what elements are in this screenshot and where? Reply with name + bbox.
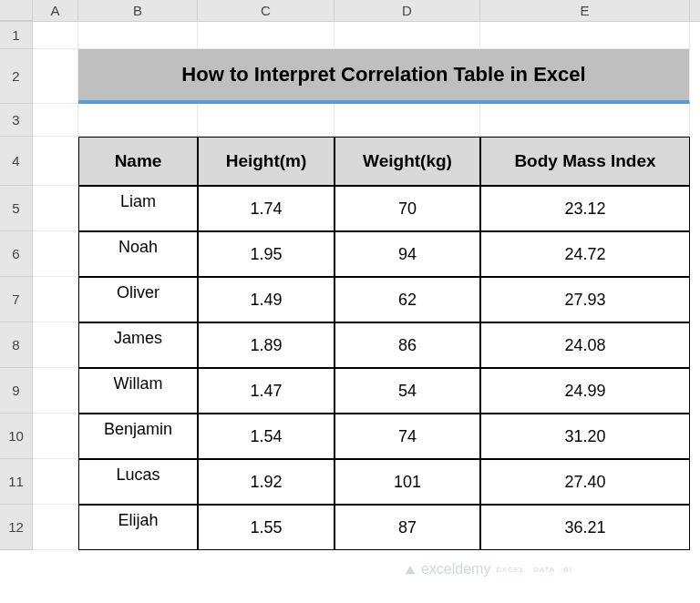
cell-weight[interactable]: 74 (335, 414, 480, 459)
cell-A2[interactable] (33, 49, 78, 104)
row-3: 3 (0, 104, 700, 137)
cell-A10[interactable] (33, 414, 78, 459)
cell-weight[interactable]: 54 (335, 368, 480, 414)
cell-weight[interactable]: 86 (335, 322, 480, 368)
cell-weight[interactable]: 87 (335, 505, 480, 550)
cell-D3[interactable] (335, 104, 480, 137)
row-header-5[interactable]: 5 (0, 186, 33, 231)
cell-bmi[interactable]: 31.20 (480, 414, 690, 459)
watermark-sub: EXCEL · DATA · BI (496, 566, 572, 574)
spreadsheet: A B C D E 1 2 How to Interpret Correlati… (0, 0, 700, 603)
cell-B3[interactable] (78, 104, 198, 137)
row-6: 6 Noah 1.95 94 24.72 (0, 231, 700, 277)
cell-bmi[interactable]: 23.12 (480, 186, 690, 231)
header-bmi[interactable]: Body Mass Index (480, 137, 690, 186)
row-4: 4 Name Height(m) Weight(kg) Body Mass In… (0, 137, 700, 186)
col-header-D[interactable]: D (335, 0, 480, 21)
cell-weight[interactable]: 101 (335, 459, 480, 505)
row-header-11[interactable]: 11 (0, 459, 33, 505)
cell-bmi[interactable]: 27.93 (480, 277, 690, 322)
cell-A7[interactable] (33, 277, 78, 322)
watermark-text: exceldemy (421, 561, 490, 577)
row-header-3[interactable]: 3 (0, 104, 33, 137)
row-7: 7 Oliver 1.49 62 27.93 (0, 277, 700, 322)
cell-name[interactable]: Liam (78, 186, 198, 231)
row-header-9[interactable]: 9 (0, 368, 33, 414)
cell-C1[interactable] (198, 22, 335, 49)
cell-A5[interactable] (33, 186, 78, 231)
cell-weight[interactable]: 62 (335, 277, 480, 322)
cell-A8[interactable] (33, 322, 78, 368)
cell-A12[interactable] (33, 505, 78, 550)
cell-height[interactable]: 1.89 (198, 322, 335, 368)
cell-C3[interactable] (198, 104, 335, 137)
cell-name[interactable]: Noah (78, 231, 198, 277)
cell-bmi[interactable]: 36.21 (480, 505, 690, 550)
cell-name[interactable]: Lucas (78, 459, 198, 505)
logo-icon (403, 562, 417, 577)
cell-height[interactable]: 1.54 (198, 414, 335, 459)
cell-height[interactable]: 1.47 (198, 368, 335, 414)
cell-A1[interactable] (33, 22, 78, 49)
cell-name[interactable]: Benjamin (78, 414, 198, 459)
row-header-2[interactable]: 2 (0, 49, 33, 104)
cell-name[interactable]: James (78, 322, 198, 368)
row-header-10[interactable]: 10 (0, 414, 33, 459)
cell-E1[interactable] (480, 22, 690, 49)
cell-height[interactable]: 1.95 (198, 231, 335, 277)
cell-bmi[interactable]: 24.99 (480, 368, 690, 414)
cell-E3[interactable] (480, 104, 690, 137)
row-10: 10 Benjamin 1.54 74 31.20 (0, 414, 700, 459)
col-header-A[interactable]: A (33, 0, 78, 21)
cell-height[interactable]: 1.55 (198, 505, 335, 550)
title-cell[interactable]: How to Interpret Correlation Table in Ex… (78, 49, 690, 104)
select-all-corner[interactable] (0, 0, 33, 21)
row-12: 12 Elijah 1.55 87 36.21 (0, 505, 700, 550)
cell-height[interactable]: 1.74 (198, 186, 335, 231)
svg-marker-0 (406, 566, 416, 574)
cell-weight[interactable]: 70 (335, 186, 480, 231)
cell-height[interactable]: 1.92 (198, 459, 335, 505)
cell-name[interactable]: Oliver (78, 277, 198, 322)
cell-height[interactable]: 1.49 (198, 277, 335, 322)
cell-bmi[interactable]: 24.72 (480, 231, 690, 277)
row-header-8[interactable]: 8 (0, 322, 33, 368)
col-header-E[interactable]: E (480, 0, 690, 21)
cell-A3[interactable] (33, 104, 78, 137)
cell-A9[interactable] (33, 368, 78, 414)
header-weight[interactable]: Weight(kg) (335, 137, 480, 186)
cell-weight[interactable]: 94 (335, 231, 480, 277)
row-header-4[interactable]: 4 (0, 137, 33, 186)
row-header-6[interactable]: 6 (0, 231, 33, 277)
row-8: 8 James 1.89 86 24.08 (0, 322, 700, 368)
row-header-7[interactable]: 7 (0, 277, 33, 322)
row-header-1[interactable]: 1 (0, 22, 33, 49)
watermark: exceldemy EXCEL · DATA · BI (403, 561, 572, 577)
cell-A4[interactable] (33, 137, 78, 186)
row-9: 9 Willam 1.47 54 24.99 (0, 368, 700, 414)
row-1: 1 (0, 22, 700, 49)
cell-name[interactable]: Elijah (78, 505, 198, 550)
row-2: 2 How to Interpret Correlation Table in … (0, 49, 700, 104)
col-header-C[interactable]: C (198, 0, 335, 21)
cell-A6[interactable] (33, 231, 78, 277)
cell-B1[interactable] (78, 22, 198, 49)
cell-A11[interactable] (33, 459, 78, 505)
column-headers: A B C D E (0, 0, 700, 22)
header-height[interactable]: Height(m) (198, 137, 335, 186)
header-name[interactable]: Name (78, 137, 198, 186)
row-5: 5 Liam 1.74 70 23.12 (0, 186, 700, 231)
col-header-B[interactable]: B (78, 0, 198, 21)
cell-name[interactable]: Willam (78, 368, 198, 414)
cell-D1[interactable] (335, 22, 480, 49)
row-header-12[interactable]: 12 (0, 505, 33, 550)
cell-bmi[interactable]: 27.40 (480, 459, 690, 505)
cell-bmi[interactable]: 24.08 (480, 322, 690, 368)
row-11: 11 Lucas 1.92 101 27.40 (0, 459, 700, 505)
